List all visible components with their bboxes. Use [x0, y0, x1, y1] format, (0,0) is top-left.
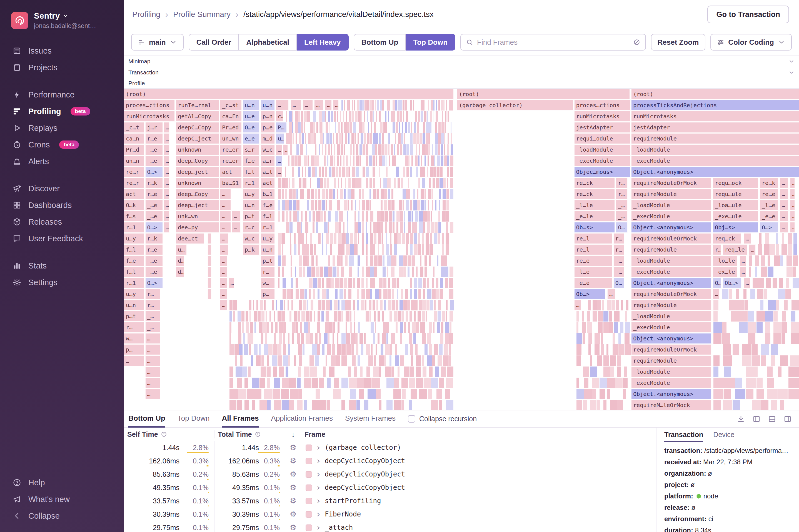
- flame-frame-small[interactable]: [735, 389, 747, 399]
- flame-frame-small[interactable]: [354, 222, 358, 233]
- flame-frame-small[interactable]: [372, 167, 375, 177]
- flame-frame-small[interactable]: [422, 333, 426, 344]
- flame-frame-small[interactable]: [428, 100, 429, 111]
- flame-frame-small[interactable]: [285, 189, 287, 200]
- flame-frame-small[interactable]: [377, 222, 380, 233]
- flame-frame-small[interactable]: [404, 211, 405, 222]
- flame-frame-small[interactable]: [422, 244, 424, 255]
- flame-frame[interactable]: …: [164, 200, 169, 210]
- flame-frame-small[interactable]: [788, 378, 799, 388]
- flame-frame-small[interactable]: [318, 189, 320, 200]
- flame-frame-small[interactable]: [745, 378, 756, 388]
- flame-frame-small[interactable]: [330, 155, 333, 166]
- flame-frame-small[interactable]: [768, 300, 776, 310]
- flame-frame-small[interactable]: [296, 378, 300, 388]
- flame-frame-small[interactable]: [403, 145, 406, 155]
- flame-frame-small[interactable]: [311, 155, 314, 166]
- minimap-section-header[interactable]: Minimap: [124, 56, 799, 66]
- flame-frame-small[interactable]: [296, 145, 299, 155]
- flame-frame-small[interactable]: [765, 311, 773, 322]
- flame-frame-small[interactable]: [341, 344, 345, 355]
- flame-frame-small[interactable]: [374, 122, 376, 133]
- flame-frame-small[interactable]: [419, 145, 420, 155]
- flame-frame-small[interactable]: [748, 255, 752, 266]
- flame-frame-small[interactable]: [416, 378, 424, 388]
- flame-frame-small[interactable]: [407, 300, 410, 310]
- flame-frame-small[interactable]: [447, 167, 449, 177]
- flame-frame-small[interactable]: [354, 366, 356, 377]
- go-to-transaction-button[interactable]: Go to Transaction: [707, 5, 789, 23]
- thread-selector[interactable]: main: [131, 34, 184, 51]
- expand-chevron-icon[interactable]: ›: [316, 524, 321, 532]
- flame-frame-small[interactable]: [365, 300, 367, 310]
- flame-frame[interactable]: runTe…rnal: [176, 100, 219, 111]
- flame-frame[interactable]: requireModule: [631, 244, 711, 255]
- flame-frame-small[interactable]: [328, 167, 331, 177]
- view-bottom-up[interactable]: Bottom Up: [354, 34, 406, 51]
- flame-frame-small[interactable]: [261, 311, 264, 322]
- flame-frame-small[interactable]: [407, 255, 412, 266]
- flame-frame-small[interactable]: [756, 322, 763, 332]
- flame-frame-small[interactable]: [417, 233, 420, 244]
- flame-frame[interactable]: O…>: [760, 222, 778, 233]
- flame-frame-small[interactable]: [391, 145, 393, 155]
- flame-frame-small[interactable]: [282, 267, 284, 277]
- flame-frame-small[interactable]: [346, 155, 348, 166]
- flame-frame-small[interactable]: [713, 322, 723, 332]
- flame-frame-small[interactable]: [316, 222, 318, 233]
- flame-frame-small[interactable]: [315, 333, 318, 344]
- sidebar-item-issues[interactable]: Issues: [0, 42, 124, 59]
- flame-frame-small[interactable]: [317, 278, 321, 288]
- flame-frame-small[interactable]: [381, 222, 383, 233]
- flame-frame-small[interactable]: [388, 289, 391, 299]
- flame-frame-small[interactable]: [407, 267, 409, 277]
- flame-frame-small[interactable]: [782, 311, 785, 322]
- flame-frame-small[interactable]: [310, 300, 313, 310]
- flame-frame-small[interactable]: [386, 233, 387, 244]
- flame-frame-small[interactable]: [394, 133, 396, 144]
- flame-frame-small[interactable]: [308, 167, 310, 177]
- flame-frame-small[interactable]: [382, 133, 384, 144]
- flame-frame[interactable]: …: [220, 222, 231, 233]
- flame-frame-small[interactable]: [292, 122, 293, 133]
- flame-frame[interactable]: O…: [613, 278, 624, 288]
- flame-frame-small[interactable]: [439, 200, 440, 210]
- flame-frame-small[interactable]: [352, 167, 354, 177]
- flame-frame-small[interactable]: [432, 111, 434, 121]
- flame-frame-small[interactable]: [428, 322, 432, 332]
- flame-frame-small[interactable]: [425, 233, 428, 244]
- flame-frame[interactable]: …: [164, 145, 169, 155]
- flame-frame-small[interactable]: [392, 278, 397, 288]
- flame-frame-small[interactable]: [335, 278, 339, 288]
- flame-frame-small[interactable]: [233, 300, 237, 310]
- flame-frame-small[interactable]: [587, 322, 592, 332]
- flame-frame-small[interactable]: [362, 233, 364, 244]
- flame-frame-small[interactable]: [764, 244, 770, 255]
- flame-frame-small[interactable]: [337, 111, 338, 121]
- flame-frame-small[interactable]: [285, 200, 289, 210]
- flame-frame-small[interactable]: [301, 311, 305, 322]
- flame-frame-small[interactable]: [344, 100, 345, 111]
- flame-frame-small[interactable]: [374, 233, 377, 244]
- sidebar-item-performance[interactable]: Performance: [0, 87, 124, 103]
- flame-frame[interactable]: Obj…s>: [713, 222, 758, 233]
- flame-frame-small[interactable]: [302, 344, 304, 355]
- flame-frame-small[interactable]: [301, 333, 304, 344]
- flame-frame-small[interactable]: [396, 278, 399, 288]
- flame-frame-small[interactable]: [776, 300, 779, 310]
- flame-frame-small[interactable]: [375, 145, 377, 155]
- flame-frame-small[interactable]: [447, 111, 449, 121]
- flame-frame-small[interactable]: [412, 322, 416, 332]
- flame-frame-small[interactable]: [370, 289, 372, 299]
- flame-frame-small[interactable]: [393, 233, 397, 244]
- flame-frame-small[interactable]: [294, 233, 295, 244]
- flame-frame-small[interactable]: [279, 322, 283, 332]
- breadcrumb-link[interactable]: Profiling: [132, 10, 160, 19]
- flame-frame-small[interactable]: [414, 344, 418, 355]
- flame-frame-small[interactable]: [435, 111, 438, 121]
- flame-frame-small[interactable]: [411, 300, 415, 310]
- flame-frame[interactable]: _…e: [145, 145, 163, 155]
- flame-frame-small[interactable]: [395, 356, 399, 366]
- flame-frame-small[interactable]: [283, 300, 285, 310]
- flame-frame-small[interactable]: [791, 311, 795, 322]
